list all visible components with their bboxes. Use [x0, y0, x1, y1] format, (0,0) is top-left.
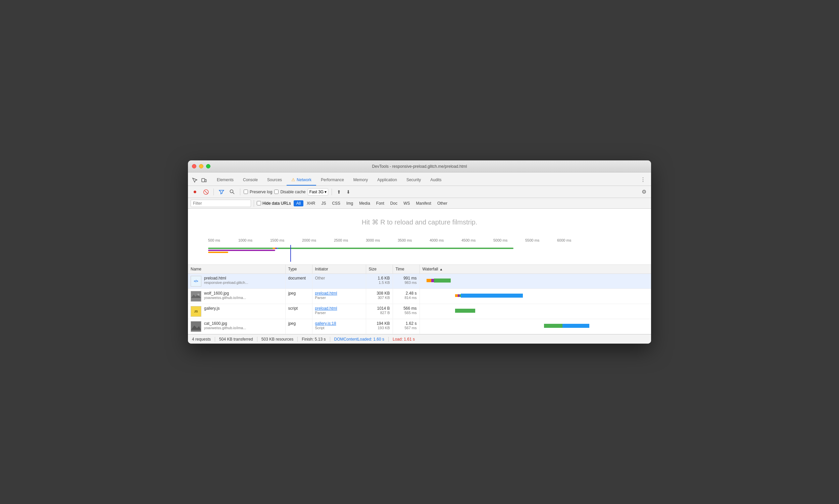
filter-type-buttons: All XHR JS CSS Img Media Font Doc WS Man…	[293, 200, 450, 206]
inspect-icon[interactable]	[191, 176, 199, 184]
fullscreen-button[interactable]	[206, 164, 210, 168]
initiator-link-4[interactable]: gallery.js:18	[315, 321, 363, 326]
record-button[interactable]: ●	[191, 187, 199, 196]
window-title: DevTools - responsive-preload.glitch.me/…	[372, 164, 467, 169]
tick-500ms: 500 ms	[208, 238, 220, 242]
main-content: Hit ⌘ R to reload and capture filmstrip.…	[188, 209, 651, 334]
svg-point-6	[197, 294, 199, 295]
filter-input[interactable]	[191, 200, 251, 207]
filter-img[interactable]: Img	[344, 200, 356, 206]
filter-js[interactable]: JS	[319, 200, 328, 206]
status-bar: 4 requests 504 KB transferred 503 KB res…	[188, 334, 651, 344]
upload-button[interactable]: ⬆	[335, 188, 343, 196]
cell-size-2: 308 KB 307 KB	[366, 289, 393, 304]
filename-4: cat_1600.jpg	[204, 321, 246, 326]
throttle-dropdown[interactable]: Fast 3G ▾	[308, 188, 328, 196]
status-load: Load: 1.61 s	[393, 337, 419, 342]
cell-waterfall-1	[420, 274, 651, 289]
file-icon-js: JS	[191, 306, 201, 317]
wf-seg-purple-1	[431, 279, 434, 282]
toolbar-right: ⚙	[640, 187, 648, 196]
hide-data-urls-checkbox[interactable]: Hide data URLs	[257, 201, 291, 206]
tick-1000ms: 1000 ms	[238, 238, 252, 242]
tab-elements[interactable]: Elements	[212, 175, 238, 185]
tick-2000ms: 2000 ms	[302, 238, 316, 242]
filename-2: wolf_1600.jpg	[204, 291, 246, 295]
timeline-bars	[208, 245, 644, 262]
search-button[interactable]	[228, 187, 237, 196]
col-size: Size	[366, 265, 393, 274]
svg-rect-0	[202, 179, 205, 182]
wf-seg-green-1	[434, 278, 451, 283]
device-toggle-icon[interactable]	[200, 176, 208, 184]
filter-media[interactable]: Media	[356, 200, 373, 206]
tab-sources[interactable]: Sources	[263, 175, 287, 185]
cell-size-3: 1014 B 827 B	[366, 304, 393, 319]
requests-table-wrapper: Name Type Initiator Size Time Waterfall …	[188, 265, 651, 334]
status-resources: 503 KB resources	[262, 337, 298, 342]
table-row[interactable]: wolf_1600.jpg yoavweiss.github.io/ima...…	[188, 289, 651, 304]
cell-time-1: 991 ms 983 ms	[393, 274, 420, 289]
filename-3: gallery.js	[204, 306, 219, 311]
filter-manifest[interactable]: Manifest	[413, 200, 434, 206]
settings-button[interactable]: ⚙	[640, 187, 648, 196]
tick-4000ms: 4000 ms	[430, 238, 444, 242]
tab-security[interactable]: Security	[402, 175, 426, 185]
more-tabs-button[interactable]: ⋮	[638, 174, 648, 185]
toolbar-separator-3	[332, 188, 332, 195]
initiator-link-2[interactable]: preload.html	[315, 291, 363, 295]
file-icon-doc: </>	[191, 276, 201, 287]
col-name: Name	[188, 265, 285, 274]
table-row[interactable]: </> preload.html responsive-preload.glit…	[188, 274, 651, 289]
wf-seg-orange-2	[455, 294, 458, 297]
tab-performance[interactable]: Performance	[316, 175, 349, 185]
disable-cache-checkbox[interactable]: Disable cache	[274, 190, 305, 194]
filter-other[interactable]: Other	[434, 200, 450, 206]
filter-all[interactable]: All	[293, 200, 303, 206]
tab-network[interactable]: ⚠ Network	[287, 175, 316, 185]
clear-button[interactable]: 🚫	[201, 187, 210, 196]
table-row[interactable]: JS gallery.js script preload.html	[188, 304, 651, 319]
network-toolbar: ● 🚫 Preserve log Disable cache Fast 3G ▾	[188, 186, 651, 198]
wf-seg-blue-2	[461, 294, 523, 298]
cell-time-2: 2.48 s 814 ms	[393, 289, 420, 304]
filter-font[interactable]: Font	[374, 200, 387, 206]
filter-xhr[interactable]: XHR	[304, 200, 318, 206]
wf-seg-green-3	[455, 309, 475, 313]
filter-doc[interactable]: Doc	[388, 200, 400, 206]
filter-ws[interactable]: WS	[401, 200, 412, 206]
filename-1: preload.html	[204, 276, 248, 281]
filter-icon[interactable]	[217, 187, 226, 196]
download-button[interactable]: ⬇	[345, 188, 352, 196]
titlebar: DevTools - responsive-preload.glitch.me/…	[188, 160, 651, 173]
status-transferred: 504 KB transferred	[219, 337, 257, 342]
close-button[interactable]	[192, 164, 196, 168]
sort-arrow-icon: ▲	[439, 267, 443, 271]
devtools-window: DevTools - responsive-preload.glitch.me/…	[188, 160, 651, 344]
cell-initiator-4: gallery.js:18 Script	[312, 319, 366, 334]
cell-waterfall-3	[420, 304, 651, 319]
toolbar-separator-1	[213, 188, 214, 195]
minimize-button[interactable]	[199, 164, 203, 168]
timeline-bar-orange	[208, 252, 228, 253]
tab-console[interactable]: Console	[238, 175, 263, 185]
cell-time-3: 566 ms 565 ms	[393, 304, 420, 319]
cell-type-1: document	[285, 274, 312, 289]
cell-time-4: 1.62 s 567 ms	[393, 319, 420, 334]
cell-type-3: script	[285, 304, 312, 319]
tab-memory[interactable]: Memory	[349, 175, 373, 185]
preserve-log-checkbox[interactable]: Preserve log	[244, 190, 272, 194]
tab-audits[interactable]: Audits	[426, 175, 446, 185]
wf-seg-orange-1	[427, 279, 431, 282]
tick-5500ms: 5500 ms	[525, 238, 539, 242]
col-initiator: Initiator	[312, 265, 366, 274]
tab-icons	[191, 176, 208, 185]
table-row[interactable]: cat_1600.jpg yoavweiss.github.io/ima... …	[188, 319, 651, 334]
timeline-bar-orange2	[272, 248, 275, 249]
toolbar-separator-2	[240, 188, 240, 195]
filter-css[interactable]: CSS	[329, 200, 343, 206]
tab-application[interactable]: Application	[373, 175, 402, 185]
initiator-link-3[interactable]: preload.html	[315, 306, 363, 311]
tab-bar: Elements Console Sources ⚠ Network Perfo…	[188, 173, 651, 186]
tick-3000ms: 3000 ms	[366, 238, 380, 242]
